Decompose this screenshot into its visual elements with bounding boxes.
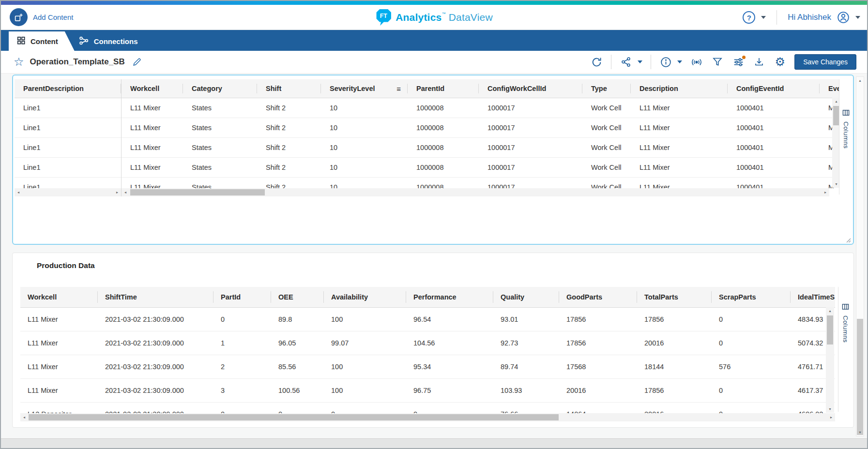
h-scroll-thumb[interactable] (130, 189, 265, 195)
cell: 1000017 (479, 178, 582, 188)
production-v-scrollbar[interactable]: ▴ ▾ (826, 307, 834, 413)
column-header[interactable]: ConfigWorkCellId (479, 79, 582, 98)
column-menu-icon[interactable]: ≡ (396, 85, 401, 93)
column-header[interactable]: GoodParts (559, 287, 637, 307)
column-header[interactable]: Workcell (122, 79, 183, 98)
cell: 100 (324, 355, 406, 379)
column-header[interactable]: PartId (213, 287, 271, 307)
column-header-label: Description (640, 85, 678, 92)
cell: 17568 (559, 355, 637, 379)
table-row[interactable]: Line1 (15, 158, 121, 178)
column-header[interactable]: Workcell (20, 287, 98, 307)
table-row[interactable]: L11 Mixer2021-03-02 21:30:09.0003100.561… (20, 379, 835, 403)
scroll-up-icon[interactable]: ▴ (856, 77, 864, 84)
table-row[interactable]: Line1 (15, 98, 121, 118)
adjustments-icon[interactable] (732, 56, 745, 68)
scroll-down-icon[interactable]: ▾ (826, 405, 834, 413)
table-row[interactable]: L11 MixerStatesShift 21010000081000017Wo… (122, 158, 841, 178)
column-header[interactable]: ParentDescription (15, 79, 121, 98)
production-columns-tab[interactable]: Columns (838, 287, 853, 412)
column-header[interactable]: Description (631, 79, 728, 98)
cell-value: 2021-03-02 21:30:09.000 (105, 315, 184, 323)
cell: 0 (213, 308, 271, 331)
widget-resize-grip[interactable] (845, 236, 851, 242)
tab-content[interactable]: Content (9, 31, 75, 51)
table-row[interactable]: L12 Depositor2021-03-02 21:30:09.0000000… (20, 403, 835, 413)
user-chevron-down-icon[interactable] (855, 16, 860, 19)
table-row[interactable]: L11 MixerStatesShift 21010000081000017Wo… (122, 98, 841, 118)
cell-value: L11 Mixer (640, 124, 670, 132)
favorite-star-icon[interactable]: ☆ (14, 56, 24, 68)
column-header[interactable]: Ever (820, 79, 841, 98)
edit-pencil-icon[interactable] (131, 56, 143, 68)
column-header-label: Type (591, 85, 607, 92)
table-row[interactable]: L11 MixerStatesShift 21010000081000017Wo… (122, 138, 841, 158)
v-scroll-thumb[interactable] (827, 315, 833, 344)
column-header[interactable]: Quality (493, 287, 559, 307)
tab-connections[interactable]: Connections (75, 31, 149, 51)
cell-value: 3 (221, 387, 225, 394)
h-scroll-thumb[interactable] (29, 414, 559, 420)
scroll-right-icon[interactable]: ▸ (827, 413, 835, 421)
scroll-up-icon[interactable]: ▴ (826, 307, 834, 314)
column-header[interactable]: ShiftTime (98, 287, 213, 307)
cell: L11 Mixer (631, 138, 728, 158)
scroll-left-icon[interactable]: ◂ (20, 413, 28, 421)
user-avatar-icon[interactable] (837, 11, 850, 24)
column-header[interactable]: TotalParts (637, 287, 712, 307)
add-content-button[interactable]: Add Content (10, 8, 73, 26)
info-icon[interactable] (659, 56, 672, 68)
info-chevron-down-icon[interactable] (677, 60, 682, 63)
column-header[interactable]: ConfigEventId (728, 79, 820, 98)
column-header[interactable]: IdealTimeS (791, 287, 835, 307)
toolbar-divider (651, 55, 651, 69)
production-h-scrollbar[interactable]: ◂ ▸ (20, 413, 835, 421)
scroll-left-icon[interactable]: ◂ (15, 188, 22, 196)
events-columns-tab[interactable]: Columns (839, 79, 853, 195)
table-row[interactable]: L11 Mixer2021-03-02 21:30:09.000196.0599… (20, 331, 835, 355)
column-header[interactable]: Availability (324, 287, 406, 307)
table-row[interactable]: Line1 (15, 178, 121, 188)
table-row[interactable]: L11 Mixer2021-03-02 21:30:09.000089.8100… (20, 308, 835, 331)
share-icon[interactable] (620, 56, 632, 68)
download-icon[interactable] (753, 56, 765, 68)
help-icon[interactable]: ? (743, 11, 755, 24)
share-chevron-down-icon[interactable] (638, 60, 642, 63)
help-chevron-down-icon[interactable] (761, 16, 766, 19)
column-header[interactable]: Shift (257, 79, 321, 98)
cell-value: 17856 (644, 387, 664, 394)
settings-gear-icon[interactable]: ⚙ (774, 56, 786, 68)
events-h-scrollbar[interactable]: ◂ ▸ (122, 188, 829, 196)
page-scroll-thumb[interactable] (857, 319, 863, 435)
scroll-right-icon[interactable]: ▸ (822, 188, 829, 196)
column-header[interactable]: Category (183, 79, 257, 98)
production-table-widget[interactable]: Production Data WorkcellShiftTimePartIdO… (12, 253, 854, 428)
scroll-down-icon[interactable]: ▾ (856, 429, 864, 436)
refresh-icon[interactable] (590, 56, 603, 68)
page-v-scrollbar[interactable]: ▴ ▾ (856, 76, 864, 436)
cell-value: 1000008 (416, 164, 443, 171)
cell-value: 1000008 (416, 124, 443, 132)
table-row[interactable]: L11 MixerStatesShift 21010000081000017Wo… (122, 118, 841, 138)
column-header[interactable]: SeverityLevel≡ (321, 79, 408, 98)
live-data-icon[interactable] (690, 56, 703, 68)
table-row[interactable]: Line1 (15, 138, 121, 158)
cell-value: L11 Mixer (640, 104, 670, 112)
column-header[interactable]: Type (582, 79, 631, 98)
scroll-left-icon[interactable]: ◂ (122, 188, 129, 196)
cell: Shift 2 (257, 178, 321, 188)
scroll-right-icon[interactable]: ▸ (113, 188, 121, 196)
table-row[interactable]: L11 MixerStatesShift 21010000081000017Wo… (122, 178, 841, 188)
filter-icon[interactable] (711, 56, 724, 68)
column-header[interactable]: ScrapParts (712, 287, 791, 307)
save-changes-button[interactable]: Save Changes (794, 54, 856, 70)
table-row[interactable]: Line1 (15, 118, 121, 138)
column-header[interactable]: OEE (271, 287, 324, 307)
column-header[interactable]: Performance (406, 287, 493, 307)
cell: 85.56 (271, 355, 324, 379)
events-table-widget[interactable]: ParentDescription Line1Line1Line1Line1Li… (12, 75, 854, 245)
column-header[interactable]: ParentId (408, 79, 479, 98)
frozen-h-scrollbar[interactable]: ◂ ▸ (15, 188, 121, 196)
cell-value: 1000401 (736, 183, 763, 188)
table-row[interactable]: L11 Mixer2021-03-02 21:30:09.000285.5610… (20, 355, 835, 379)
